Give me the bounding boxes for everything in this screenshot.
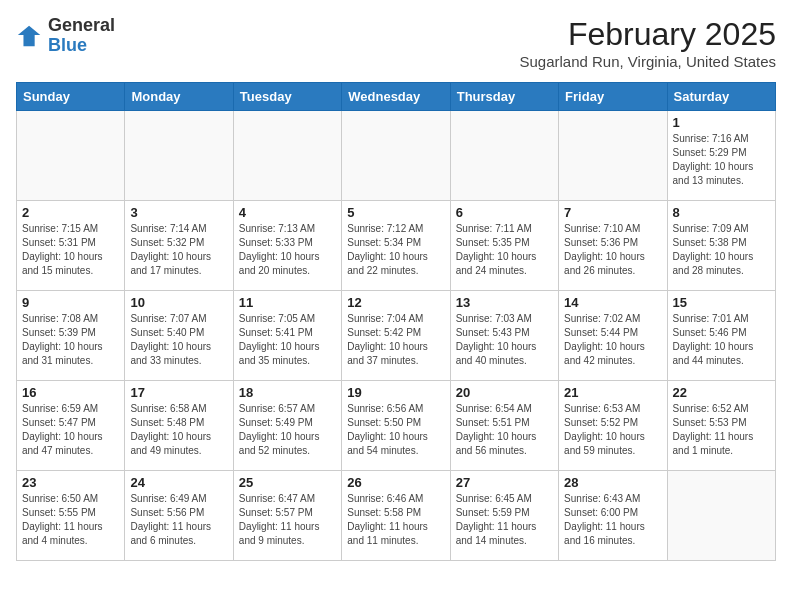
day-info: Sunrise: 6:53 AM Sunset: 5:52 PM Dayligh… <box>564 402 661 458</box>
weekday-header-tuesday: Tuesday <box>233 83 341 111</box>
day-info: Sunrise: 7:16 AM Sunset: 5:29 PM Dayligh… <box>673 132 770 188</box>
day-number: 8 <box>673 205 770 220</box>
day-info: Sunrise: 6:56 AM Sunset: 5:50 PM Dayligh… <box>347 402 444 458</box>
day-info: Sunrise: 7:07 AM Sunset: 5:40 PM Dayligh… <box>130 312 227 368</box>
day-number: 7 <box>564 205 661 220</box>
day-number: 24 <box>130 475 227 490</box>
calendar-day-27: 27Sunrise: 6:45 AM Sunset: 5:59 PM Dayli… <box>450 471 558 561</box>
calendar-day-empty <box>125 111 233 201</box>
calendar-day-empty <box>17 111 125 201</box>
day-number: 27 <box>456 475 553 490</box>
day-info: Sunrise: 6:50 AM Sunset: 5:55 PM Dayligh… <box>22 492 119 548</box>
calendar-day-11: 11Sunrise: 7:05 AM Sunset: 5:41 PM Dayli… <box>233 291 341 381</box>
day-info: Sunrise: 6:47 AM Sunset: 5:57 PM Dayligh… <box>239 492 336 548</box>
calendar-day-20: 20Sunrise: 6:54 AM Sunset: 5:51 PM Dayli… <box>450 381 558 471</box>
day-number: 4 <box>239 205 336 220</box>
calendar-day-empty <box>233 111 341 201</box>
day-number: 15 <box>673 295 770 310</box>
calendar-table: SundayMondayTuesdayWednesdayThursdayFrid… <box>16 82 776 561</box>
day-info: Sunrise: 7:14 AM Sunset: 5:32 PM Dayligh… <box>130 222 227 278</box>
day-info: Sunrise: 7:05 AM Sunset: 5:41 PM Dayligh… <box>239 312 336 368</box>
calendar-day-16: 16Sunrise: 6:59 AM Sunset: 5:47 PM Dayli… <box>17 381 125 471</box>
month-title: February 2025 <box>519 16 776 53</box>
day-number: 3 <box>130 205 227 220</box>
weekday-header-thursday: Thursday <box>450 83 558 111</box>
calendar-day-22: 22Sunrise: 6:52 AM Sunset: 5:53 PM Dayli… <box>667 381 775 471</box>
day-info: Sunrise: 6:59 AM Sunset: 5:47 PM Dayligh… <box>22 402 119 458</box>
svg-marker-0 <box>18 26 40 47</box>
weekday-header-row: SundayMondayTuesdayWednesdayThursdayFrid… <box>17 83 776 111</box>
day-info: Sunrise: 6:52 AM Sunset: 5:53 PM Dayligh… <box>673 402 770 458</box>
day-info: Sunrise: 7:08 AM Sunset: 5:39 PM Dayligh… <box>22 312 119 368</box>
calendar-week-row: 23Sunrise: 6:50 AM Sunset: 5:55 PM Dayli… <box>17 471 776 561</box>
calendar-day-18: 18Sunrise: 6:57 AM Sunset: 5:49 PM Dayli… <box>233 381 341 471</box>
calendar-day-9: 9Sunrise: 7:08 AM Sunset: 5:39 PM Daylig… <box>17 291 125 381</box>
calendar-day-empty <box>559 111 667 201</box>
logo-blue-text: Blue <box>48 35 87 55</box>
day-number: 12 <box>347 295 444 310</box>
calendar-day-21: 21Sunrise: 6:53 AM Sunset: 5:52 PM Dayli… <box>559 381 667 471</box>
calendar-day-28: 28Sunrise: 6:43 AM Sunset: 6:00 PM Dayli… <box>559 471 667 561</box>
day-number: 16 <box>22 385 119 400</box>
day-number: 11 <box>239 295 336 310</box>
day-info: Sunrise: 6:49 AM Sunset: 5:56 PM Dayligh… <box>130 492 227 548</box>
day-number: 18 <box>239 385 336 400</box>
day-info: Sunrise: 7:03 AM Sunset: 5:43 PM Dayligh… <box>456 312 553 368</box>
day-number: 22 <box>673 385 770 400</box>
day-number: 21 <box>564 385 661 400</box>
day-info: Sunrise: 6:46 AM Sunset: 5:58 PM Dayligh… <box>347 492 444 548</box>
day-info: Sunrise: 6:45 AM Sunset: 5:59 PM Dayligh… <box>456 492 553 548</box>
calendar-day-14: 14Sunrise: 7:02 AM Sunset: 5:44 PM Dayli… <box>559 291 667 381</box>
calendar-day-24: 24Sunrise: 6:49 AM Sunset: 5:56 PM Dayli… <box>125 471 233 561</box>
logo-general-text: General <box>48 15 115 35</box>
calendar-day-15: 15Sunrise: 7:01 AM Sunset: 5:46 PM Dayli… <box>667 291 775 381</box>
day-info: Sunrise: 7:04 AM Sunset: 5:42 PM Dayligh… <box>347 312 444 368</box>
calendar-week-row: 9Sunrise: 7:08 AM Sunset: 5:39 PM Daylig… <box>17 291 776 381</box>
day-number: 28 <box>564 475 661 490</box>
weekday-header-monday: Monday <box>125 83 233 111</box>
calendar-day-12: 12Sunrise: 7:04 AM Sunset: 5:42 PM Dayli… <box>342 291 450 381</box>
day-number: 6 <box>456 205 553 220</box>
calendar-day-7: 7Sunrise: 7:10 AM Sunset: 5:36 PM Daylig… <box>559 201 667 291</box>
calendar-week-row: 2Sunrise: 7:15 AM Sunset: 5:31 PM Daylig… <box>17 201 776 291</box>
day-info: Sunrise: 6:57 AM Sunset: 5:49 PM Dayligh… <box>239 402 336 458</box>
day-number: 23 <box>22 475 119 490</box>
day-number: 25 <box>239 475 336 490</box>
day-number: 10 <box>130 295 227 310</box>
calendar-day-2: 2Sunrise: 7:15 AM Sunset: 5:31 PM Daylig… <box>17 201 125 291</box>
calendar-day-5: 5Sunrise: 7:12 AM Sunset: 5:34 PM Daylig… <box>342 201 450 291</box>
day-number: 26 <box>347 475 444 490</box>
location: Sugarland Run, Virginia, United States <box>519 53 776 70</box>
day-number: 19 <box>347 385 444 400</box>
day-info: Sunrise: 7:10 AM Sunset: 5:36 PM Dayligh… <box>564 222 661 278</box>
calendar-day-1: 1Sunrise: 7:16 AM Sunset: 5:29 PM Daylig… <box>667 111 775 201</box>
calendar-day-23: 23Sunrise: 6:50 AM Sunset: 5:55 PM Dayli… <box>17 471 125 561</box>
day-info: Sunrise: 6:58 AM Sunset: 5:48 PM Dayligh… <box>130 402 227 458</box>
day-info: Sunrise: 7:15 AM Sunset: 5:31 PM Dayligh… <box>22 222 119 278</box>
calendar-day-6: 6Sunrise: 7:11 AM Sunset: 5:35 PM Daylig… <box>450 201 558 291</box>
logo-icon <box>16 22 44 50</box>
calendar-day-empty <box>450 111 558 201</box>
day-number: 5 <box>347 205 444 220</box>
calendar-day-3: 3Sunrise: 7:14 AM Sunset: 5:32 PM Daylig… <box>125 201 233 291</box>
weekday-header-wednesday: Wednesday <box>342 83 450 111</box>
day-number: 17 <box>130 385 227 400</box>
logo: General Blue <box>16 16 115 56</box>
page-header: General Blue February 2025 Sugarland Run… <box>16 16 776 70</box>
day-number: 2 <box>22 205 119 220</box>
day-info: Sunrise: 7:12 AM Sunset: 5:34 PM Dayligh… <box>347 222 444 278</box>
day-info: Sunrise: 6:43 AM Sunset: 6:00 PM Dayligh… <box>564 492 661 548</box>
day-info: Sunrise: 6:54 AM Sunset: 5:51 PM Dayligh… <box>456 402 553 458</box>
calendar-day-empty <box>667 471 775 561</box>
day-info: Sunrise: 7:09 AM Sunset: 5:38 PM Dayligh… <box>673 222 770 278</box>
calendar-day-17: 17Sunrise: 6:58 AM Sunset: 5:48 PM Dayli… <box>125 381 233 471</box>
calendar-week-row: 16Sunrise: 6:59 AM Sunset: 5:47 PM Dayli… <box>17 381 776 471</box>
title-block: February 2025 Sugarland Run, Virginia, U… <box>519 16 776 70</box>
day-number: 1 <box>673 115 770 130</box>
weekday-header-saturday: Saturday <box>667 83 775 111</box>
weekday-header-friday: Friday <box>559 83 667 111</box>
calendar-day-10: 10Sunrise: 7:07 AM Sunset: 5:40 PM Dayli… <box>125 291 233 381</box>
day-number: 14 <box>564 295 661 310</box>
day-number: 20 <box>456 385 553 400</box>
calendar-day-4: 4Sunrise: 7:13 AM Sunset: 5:33 PM Daylig… <box>233 201 341 291</box>
